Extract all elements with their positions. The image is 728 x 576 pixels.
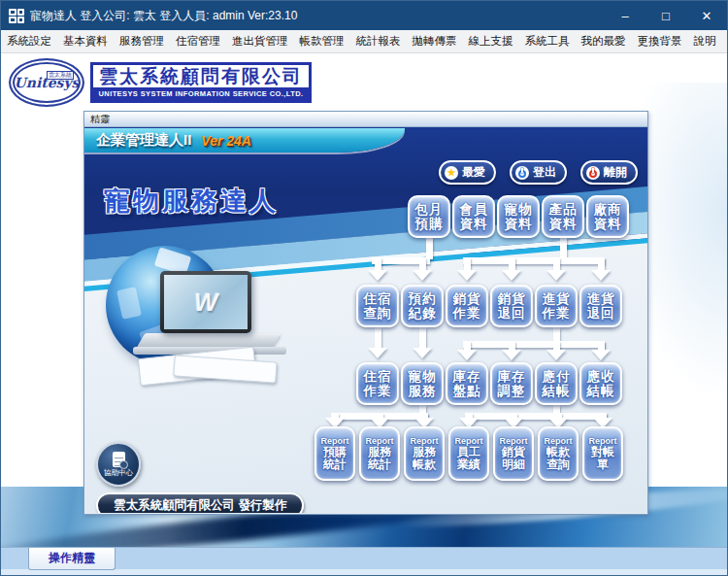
connector-line xyxy=(419,257,426,271)
menu-lodging-mgmt[interactable]: 住宿管理 xyxy=(171,30,225,52)
connector-arrow xyxy=(546,270,566,281)
connector-arrow xyxy=(457,350,477,360)
exit-button[interactable]: 離開 xyxy=(580,160,638,185)
btn-report-service-stats[interactable]: Report服務統計 xyxy=(359,426,400,481)
connector-arrow xyxy=(413,270,432,281)
menu-basic-data[interactable]: 基本資料 xyxy=(58,30,113,52)
connector-arrow xyxy=(502,270,521,281)
laptop-screen: W xyxy=(160,271,251,333)
header-actions: ★ 最愛 登出 離開 xyxy=(439,160,638,185)
connector-line xyxy=(560,238,567,259)
screen-letter: W xyxy=(194,288,218,318)
btn-payable-settlement[interactable]: 應付結帳 xyxy=(535,362,578,405)
connector-line xyxy=(419,327,426,349)
help-doc-icon xyxy=(113,452,125,467)
menu-help[interactable]: 說明 xyxy=(689,30,721,52)
menu-change-background[interactable]: 更換背景 xyxy=(633,30,687,52)
publisher-banner: 雲太系統顧問有限公司 發行製作 xyxy=(96,492,304,513)
btn-report-sales-detail[interactable]: Report銷貨明細 xyxy=(493,426,534,481)
connector-arrow xyxy=(457,270,477,281)
unitesys-oval-logo: Unitesys 雲太系統 xyxy=(9,58,84,107)
btn-receivable-settlement[interactable]: 應收結帳 xyxy=(579,362,622,405)
company-name-box: 雲太系統顧問有限公司 UNITESYS SYSTEM INFORMATION S… xyxy=(90,62,312,103)
menu-bar: 系統設定 基本資料 服務管理 住宿管理 進出貨管理 帳款管理 統計報表 拋轉傳票… xyxy=(1,30,727,53)
wizard-body: 企業管理達人II Ver 24A ★ 最愛 登出 離開 xyxy=(84,127,647,513)
btn-vendor-data[interactable]: 廠商資料 xyxy=(586,195,629,238)
connector-line xyxy=(465,413,607,420)
btn-report-billing-inquiry[interactable]: Report帳款查詢 xyxy=(538,426,579,481)
connector-line xyxy=(598,257,605,271)
connector-arrow xyxy=(413,348,432,358)
company-logo: Unitesys 雲太系統 雲太系統顧問有限公司 UNITESYS SYSTEM… xyxy=(9,58,312,107)
status-bar: 操作精靈 xyxy=(1,547,727,569)
btn-pet-service[interactable]: 寵物服務 xyxy=(401,362,444,405)
company-name-zh: 雲太系統顧問有限公司 xyxy=(93,65,309,87)
btn-pet-data[interactable]: 寵物資料 xyxy=(497,195,540,238)
connector-arrow xyxy=(591,350,611,360)
connector-line xyxy=(375,327,381,349)
connector-arrow xyxy=(546,350,566,360)
btn-inventory-adjust[interactable]: 庫存調整 xyxy=(490,362,533,405)
logo-mini-text: 雲太系統 xyxy=(47,71,74,80)
favorite-button[interactable]: ★ 最愛 xyxy=(439,160,496,185)
btn-report-employee-performance[interactable]: Report員工業績 xyxy=(448,426,489,481)
star-icon: ★ xyxy=(445,166,458,180)
btn-lodging-inquiry[interactable]: 住宿查詢 xyxy=(356,285,399,327)
minimize-button[interactable]: – xyxy=(605,1,645,30)
close-button[interactable]: ✕ xyxy=(686,1,727,30)
title-bar: 寵物達人 登入公司: 雲太 登入人員: admin Ver:23.10 – □ … xyxy=(1,1,727,30)
maximize-button[interactable]: □ xyxy=(645,1,686,30)
wizard-panel: 精靈 企業管理達人II Ver 24A ★ 最愛 xyxy=(83,111,648,515)
connector-line xyxy=(463,257,605,264)
app-window: 寵物達人 登入公司: 雲太 登入人員: admin Ver:23.10 – □ … xyxy=(0,0,728,576)
menu-system-settings[interactable]: 系統設定 xyxy=(2,30,56,52)
logout-button[interactable]: 登出 xyxy=(510,160,567,185)
menu-voucher-transfer[interactable]: 拋轉傳票 xyxy=(408,30,462,52)
power-red-icon xyxy=(586,166,600,180)
menu-statistics-reports[interactable]: 統計報表 xyxy=(351,30,406,52)
connector-arrow xyxy=(591,270,611,281)
wizard-title-bar: 精靈 xyxy=(84,112,647,127)
btn-purchase-operation[interactable]: 進貨作業 xyxy=(535,285,578,327)
connector-arrow xyxy=(368,270,387,281)
company-name-en: UNITESYS SYSTEM INFORMATION SERVICE CO.,… xyxy=(93,87,309,100)
btn-inventory-count[interactable]: 庫存盤點 xyxy=(446,362,488,405)
connector-line xyxy=(426,238,433,259)
tab-operation-wizard[interactable]: 操作精靈 xyxy=(28,548,116,570)
btn-report-service-billing[interactable]: Report服務帳款 xyxy=(404,426,445,481)
btn-product-data[interactable]: 產品資料 xyxy=(542,195,584,238)
btn-monthly-prepurchase[interactable]: 包月預購 xyxy=(408,195,450,238)
menu-favorites[interactable]: 我的最愛 xyxy=(577,30,631,52)
connector-line xyxy=(553,257,560,271)
btn-sales-return[interactable]: 銷貨退回 xyxy=(490,285,533,327)
power-blue-icon xyxy=(515,166,529,180)
menu-online-support[interactable]: 線上支援 xyxy=(464,30,518,52)
btn-sales-operation[interactable]: 銷貨作業 xyxy=(446,285,488,327)
menu-service-mgmt[interactable]: 服務管理 xyxy=(115,30,169,52)
btn-report-statement[interactable]: Report對帳單 xyxy=(582,426,623,481)
app-icon xyxy=(9,9,24,23)
client-area: Unitesys 雲太系統 雲太系統顧問有限公司 UNITESYS SYSTEM… xyxy=(1,53,727,547)
btn-member-data[interactable]: 會員資料 xyxy=(452,195,495,238)
connector-line xyxy=(464,257,471,271)
menu-billing-mgmt[interactable]: 帳款管理 xyxy=(295,30,349,52)
connector-line xyxy=(509,257,515,271)
product-header: 企業管理達人II Ver 24A xyxy=(84,128,405,152)
btn-reservation-record[interactable]: 預約紀錄 xyxy=(401,285,444,327)
menu-inout-goods-mgmt[interactable]: 進出貨管理 xyxy=(227,30,293,52)
connector-line xyxy=(375,257,381,271)
laptop-keyboard xyxy=(137,333,281,348)
connector-arrow xyxy=(502,350,521,360)
btn-report-prepurchase-stats[interactable]: Report預購統計 xyxy=(314,426,355,481)
product-title: 企業管理達人II xyxy=(96,131,191,150)
connector-line xyxy=(463,341,605,348)
btn-purchase-return[interactable]: 進貨退回 xyxy=(579,285,622,327)
window-title: 寵物達人 登入公司: 雲太 登入人員: admin Ver:23.10 xyxy=(30,8,297,24)
help-center-button[interactable]: 協助中心 xyxy=(96,442,141,487)
menu-system-tools[interactable]: 系統工具 xyxy=(520,30,575,52)
connector-arrow xyxy=(368,348,387,358)
btn-lodging-operation[interactable]: 住宿作業 xyxy=(356,362,399,405)
product-version: Ver 24A xyxy=(201,133,251,149)
module-headline: 寵物服務達人 xyxy=(104,184,279,219)
